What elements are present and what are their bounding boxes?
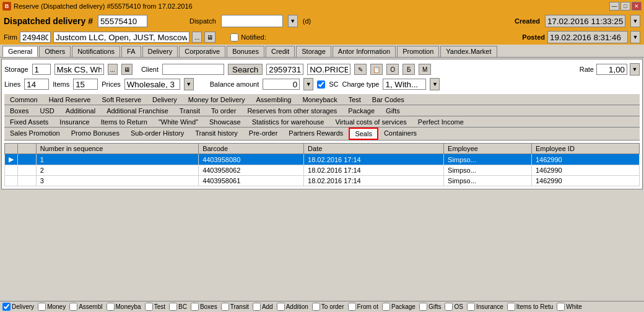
subtab-moneyback[interactable]: Moneyback xyxy=(297,94,342,105)
cb-os[interactable]: OS xyxy=(445,303,463,311)
cb-gifts[interactable]: Gifts xyxy=(419,303,442,311)
notified-checkbox[interactable] xyxy=(230,33,238,41)
sc-checkbox[interactable] xyxy=(317,80,325,89)
subtab-transit[interactable]: Transit xyxy=(174,105,206,116)
subtab-promo-bonuses[interactable]: Promo Bonuses xyxy=(66,128,125,140)
prices-input[interactable] xyxy=(124,79,180,90)
subtab-additional-franchise[interactable]: Additional Franchise xyxy=(101,105,174,116)
maximize-button[interactable]: □ xyxy=(620,2,630,11)
icon-btn2[interactable]: 📋 xyxy=(370,64,383,75)
cb-boxes[interactable]: Boxes xyxy=(191,303,217,311)
subtab-virtual-costs[interactable]: Virtual costs of services xyxy=(329,116,412,127)
cb-to-order[interactable]: To order xyxy=(312,303,344,311)
items-input[interactable] xyxy=(73,79,98,90)
rate-dropdown-btn[interactable]: ▼ xyxy=(630,63,640,76)
cb-money[interactable]: Money xyxy=(38,303,66,311)
tab-yandex[interactable]: Yandex.Market xyxy=(440,46,497,57)
subtab-fixed-assets[interactable]: Fixed Assets xyxy=(4,116,54,127)
table-row[interactable]: ▶ 1 4403958080 18.02.2016 17:14 Simpso..… xyxy=(5,154,640,165)
charge-dropdown-btn[interactable]: ▼ xyxy=(430,78,440,90)
icon-btn3[interactable]: О xyxy=(386,64,399,75)
no-prices-input[interactable] xyxy=(307,64,350,75)
lines-input[interactable] xyxy=(24,79,49,90)
edit-btn1[interactable]: ✎ xyxy=(354,64,367,75)
subtab-stats-warehouse[interactable]: Statistics for warehouse xyxy=(246,116,330,127)
posted-dropdown-btn[interactable]: ▼ xyxy=(630,31,640,43)
storage-dots-btn[interactable]: ... xyxy=(108,64,118,75)
charge-type-input[interactable] xyxy=(383,79,426,90)
subtab-package[interactable]: Package xyxy=(342,105,380,116)
cb-transit[interactable]: Transit xyxy=(221,303,249,311)
storage-name-input[interactable] xyxy=(54,64,104,75)
tab-delivery[interactable]: Delivery xyxy=(142,46,178,57)
tab-fa[interactable]: FA xyxy=(121,46,141,57)
cb-moneyba[interactable]: Moneyba xyxy=(107,303,141,311)
subtab-bar-codes[interactable]: Bar Codes xyxy=(367,94,410,105)
storage-icon-btn[interactable]: 🖥 xyxy=(121,64,133,75)
created-dropdown-btn[interactable]: ▼ xyxy=(630,15,640,27)
subtab-usd[interactable]: USD xyxy=(35,105,60,116)
cb-from-ot[interactable]: From ot xyxy=(348,303,378,311)
subtab-insurance[interactable]: Insurance xyxy=(54,116,95,127)
subtab-common[interactable]: Common xyxy=(4,94,43,105)
subtab-hard-reserve[interactable]: Hard Reserve xyxy=(43,94,97,105)
balance-input[interactable] xyxy=(263,79,300,90)
search-id-input[interactable] xyxy=(266,64,303,75)
cb-insurance[interactable]: Insurance xyxy=(467,303,503,311)
cb-items-to-retu[interactable]: Items to Retu xyxy=(507,303,553,311)
prices-dropdown-btn[interactable]: ▼ xyxy=(184,78,194,90)
subtab-sub-order-history[interactable]: Sub-order History xyxy=(125,128,189,140)
tab-antor[interactable]: Antor Information xyxy=(333,46,396,57)
tab-bonuses[interactable]: Bonuses xyxy=(227,46,264,57)
subtab-containers[interactable]: Containers xyxy=(378,128,422,140)
dispatch-dropdown-btn[interactable]: ▼ xyxy=(288,15,298,27)
subtab-pre-order[interactable]: Pre-order xyxy=(243,128,283,140)
subtab-money-delivery[interactable]: Money for Delivery xyxy=(183,94,251,105)
subtab-assembling[interactable]: Assembling xyxy=(251,94,297,105)
tab-credit[interactable]: Credit xyxy=(266,46,295,57)
cb-test[interactable]: Test xyxy=(145,303,165,311)
subtab-gifts[interactable]: Gifts xyxy=(380,105,406,116)
dispatch-value-input[interactable] xyxy=(221,15,283,27)
subtab-partners-rewards[interactable]: Partners Rewards xyxy=(283,128,349,140)
tab-general[interactable]: General xyxy=(2,46,38,57)
subtab-reserves-other[interactable]: Reserves from other storages xyxy=(242,105,342,116)
subtab-additional[interactable]: Additional xyxy=(60,105,101,116)
subtab-sales-promotion[interactable]: Sales Promotion xyxy=(4,128,66,140)
table-row[interactable]: 2 4403958062 18.02.2016 17:14 Simpso... … xyxy=(5,165,640,176)
table-row[interactable]: 3 4403958061 18.02.2016 17:14 Simpso... … xyxy=(5,176,640,186)
tab-storage[interactable]: Storage xyxy=(296,46,331,57)
tab-promotion[interactable]: Promotion xyxy=(397,46,439,57)
icon-btn4[interactable]: Б xyxy=(402,64,415,75)
subtab-to-order[interactable]: To order xyxy=(206,105,242,116)
cb-assembl[interactable]: Assembl xyxy=(69,303,102,311)
tab-others[interactable]: Others xyxy=(39,46,71,57)
firm-dots-button[interactable]: ... xyxy=(192,32,202,43)
subtab-boxes[interactable]: Boxes xyxy=(4,105,35,116)
cb-bc[interactable]: BC xyxy=(169,303,187,311)
subtab-seals[interactable]: Seals xyxy=(349,128,378,140)
subtab-perfect-income[interactable]: Perfect Income xyxy=(412,116,469,127)
rate-input[interactable] xyxy=(596,64,627,75)
subtab-transit-history[interactable]: Transit history xyxy=(189,128,243,140)
tab-corporative[interactable]: Corporative xyxy=(179,46,225,57)
balance-dropdown-btn[interactable]: ▼ xyxy=(303,78,313,90)
cb-package[interactable]: Package xyxy=(382,303,416,311)
cb-addition[interactable]: Addition xyxy=(277,303,308,311)
subtab-white-wind[interactable]: "White Wind" xyxy=(153,116,204,127)
icon-btn5[interactable]: М xyxy=(419,64,431,75)
minimize-button[interactable]: — xyxy=(609,2,619,11)
subtab-delivery[interactable]: Delivery xyxy=(147,94,183,105)
subtab-showcase[interactable]: Showcase xyxy=(204,116,246,127)
cb-white[interactable]: White xyxy=(557,303,582,311)
storage-num-input[interactable] xyxy=(32,64,51,75)
firm-id-input[interactable] xyxy=(20,32,51,43)
cb-add[interactable]: Add xyxy=(253,303,273,311)
firm-icon-button[interactable]: 🖥 xyxy=(204,32,215,43)
tab-notifications[interactable]: Notifications xyxy=(72,46,120,57)
firm-name-input[interactable] xyxy=(53,32,189,43)
cb-delivery[interactable]: Delivery xyxy=(2,303,34,311)
close-button[interactable]: ✕ xyxy=(632,2,642,11)
subtab-items-return[interactable]: Items to Return xyxy=(95,116,153,127)
subtab-test[interactable]: Test xyxy=(343,94,367,105)
